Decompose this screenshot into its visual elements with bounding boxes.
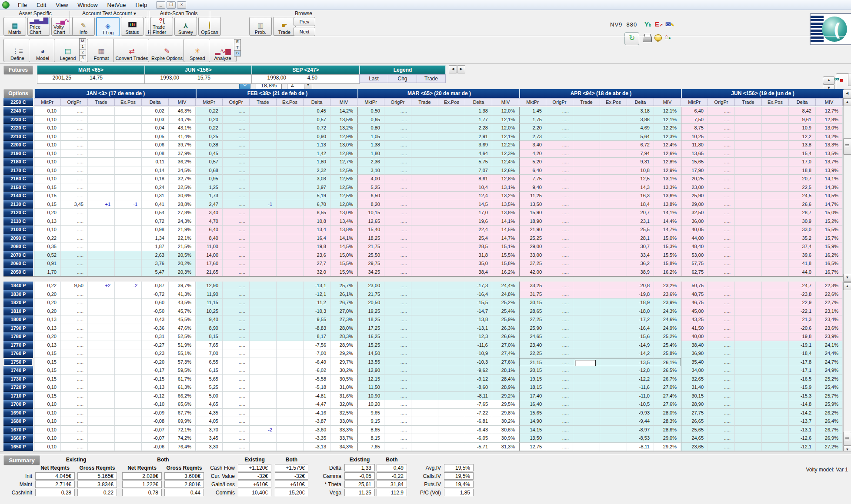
cell-mktpr[interactable]: 6,55 <box>196 358 223 367</box>
strike-cell[interactable]: 1690 P <box>3 409 33 418</box>
notes-icon[interactable]: ✉✎ <box>665 20 674 28</box>
cell-miv[interactable]: 13,1% <box>654 175 681 183</box>
cell-miv[interactable]: 24,4% <box>492 282 519 290</box>
cell-expos[interactable] <box>762 183 789 192</box>
cell-expos[interactable] <box>600 259 627 268</box>
cell-mktpr[interactable]: 18,15 <box>519 383 546 392</box>
cell-mktpr[interactable]: 44,00 <box>681 234 708 243</box>
cell-delta[interactable]: -0,08 <box>142 417 169 426</box>
cell-trade[interactable] <box>573 383 600 392</box>
cell-trade[interactable] <box>735 183 762 192</box>
cell-trade[interactable] <box>735 133 762 141</box>
cell-trade[interactable] <box>250 392 277 401</box>
cell-expos[interactable] <box>600 409 627 418</box>
cell-trade[interactable] <box>735 400 762 409</box>
cell-trade[interactable] <box>411 268 438 277</box>
cell-expos[interactable] <box>115 324 142 333</box>
cell-origpr[interactable]: ..... <box>384 332 411 341</box>
cell-origpr[interactable]: ..... <box>708 383 735 392</box>
cell-miv[interactable]: 12,8% <box>654 158 681 166</box>
cell-origpr[interactable]: ..... <box>61 298 88 307</box>
cell-expos[interactable] <box>115 409 142 418</box>
cell-origpr[interactable]: ..... <box>384 183 411 192</box>
cell-origpr[interactable]: ..... <box>708 349 735 358</box>
cell-mktpr[interactable]: 0,20 <box>34 307 61 316</box>
cell-expos[interactable] <box>277 209 304 217</box>
cell-trade[interactable] <box>573 298 600 307</box>
cell-delta[interactable]: 33,0 <box>789 225 816 234</box>
info-button[interactable]: ✎Info <box>72 17 95 36</box>
cell-miv[interactable]: 14,1% <box>654 209 681 217</box>
cell-trade[interactable] <box>88 116 115 124</box>
cell-miv[interactable]: 15,3% <box>654 242 681 251</box>
cell-origpr[interactable]: ..... <box>384 251 411 260</box>
cell-expos[interactable] <box>600 307 627 316</box>
cell-origpr[interactable]: ..... <box>61 349 88 358</box>
cell-delta[interactable]: 35,2 <box>789 234 816 243</box>
cell-miv[interactable]: 29,2% <box>492 392 519 401</box>
cell-origpr[interactable]: ..... <box>61 375 88 384</box>
cell-delta[interactable]: 5,47 <box>142 268 169 277</box>
cell-trade[interactable] <box>735 324 762 333</box>
cell-mktpr[interactable]: 0,22 <box>196 107 223 116</box>
cell-miv[interactable]: 28,0% <box>330 324 357 333</box>
cell-expos[interactable] <box>438 383 465 392</box>
cell-trade[interactable] <box>735 175 762 183</box>
convert-trades-button[interactable]: ⇄Convert Trades <box>113 39 150 62</box>
cell-mktpr[interactable]: 5,25 <box>357 183 384 192</box>
cell-delta[interactable]: -12,8 <box>627 366 654 375</box>
cell-miv[interactable]: 15,0% <box>330 251 357 260</box>
cell-trade[interactable] <box>735 290 762 299</box>
cell-trade[interactable] <box>250 434 277 443</box>
cell-trade[interactable] <box>250 166 277 175</box>
cell-trade[interactable] <box>735 332 762 341</box>
cell-trade[interactable] <box>250 242 277 251</box>
cell-origpr[interactable]: ..... <box>546 183 573 192</box>
cell-miv[interactable]: 14,3% <box>816 183 843 192</box>
cell-miv[interactable]: 12,3% <box>492 149 519 158</box>
cell-delta[interactable]: 0,72 <box>142 217 169 226</box>
cell-mktpr[interactable]: 32,50 <box>681 209 708 217</box>
cell-delta[interactable]: -8,11 <box>465 392 492 401</box>
cell-trade[interactable] <box>250 324 277 333</box>
cell-miv[interactable]: 13,9% <box>816 166 843 175</box>
cell-origpr[interactable]: ..... <box>384 124 411 133</box>
cell-delta[interactable]: -17,8 <box>789 358 816 367</box>
cell-delta[interactable]: -10,5 <box>627 400 654 409</box>
cell-mktpr[interactable]: 0,15 <box>34 183 61 192</box>
cell-origpr[interactable]: ..... <box>384 149 411 158</box>
cell-mktpr[interactable]: 4,00 <box>357 175 384 183</box>
cell-miv[interactable]: 22,7% <box>816 298 843 307</box>
cell-trade[interactable] <box>250 409 277 418</box>
cell-expos[interactable] <box>115 116 142 124</box>
cell-delta[interactable]: -11,6 <box>627 383 654 392</box>
cell-origpr[interactable]: ..... <box>708 324 735 333</box>
cell-miv[interactable]: 14,2% <box>330 107 357 116</box>
cell-expos[interactable] <box>600 434 627 443</box>
strike-cell[interactable]: 1680 P <box>3 417 33 426</box>
cell-expos[interactable] <box>277 383 304 392</box>
cell-delta[interactable]: -10,3 <box>304 307 330 316</box>
cell-miv[interactable]: 15,5% <box>654 251 681 260</box>
calls-scroll-down[interactable]: ▼ <box>843 274 851 282</box>
cell-miv[interactable]: 20,5% <box>169 251 196 260</box>
cell-origpr[interactable]: ..... <box>384 166 411 175</box>
cell-miv[interactable]: 45,7% <box>169 307 196 316</box>
cell-mktpr[interactable]: 0,65 <box>357 116 384 124</box>
cell-delta[interactable]: 20,7 <box>627 209 654 217</box>
cell-mktpr[interactable]: 10,15 <box>357 209 384 217</box>
cell-trade[interactable] <box>411 426 438 434</box>
cell-expos[interactable] <box>438 158 465 166</box>
cell-trade[interactable] <box>250 282 277 290</box>
cell-expos[interactable] <box>277 400 304 409</box>
cell-origpr[interactable]: ..... <box>708 332 735 341</box>
cell-expos[interactable] <box>762 149 789 158</box>
cell-expos[interactable] <box>762 324 789 333</box>
cell-origpr[interactable]: ..... <box>546 409 573 418</box>
cell-miv[interactable]: 28,4% <box>492 375 519 384</box>
cell-expos[interactable]: -2 <box>115 282 142 290</box>
cell-origpr[interactable]: ..... <box>546 225 573 234</box>
cell-expos[interactable] <box>115 426 142 434</box>
cell-mktpr[interactable]: 24,65 <box>519 332 546 341</box>
cell-expos[interactable] <box>438 251 465 260</box>
